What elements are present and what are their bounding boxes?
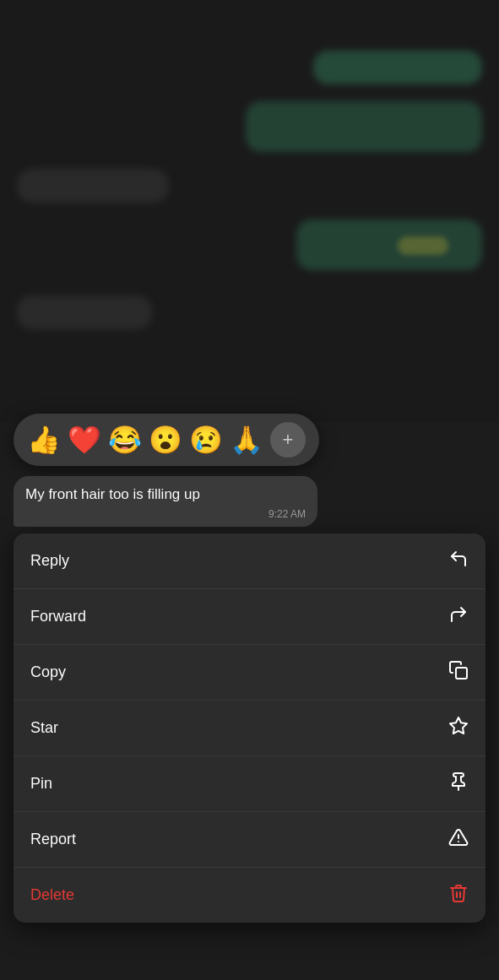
pin-icon	[448, 772, 469, 796]
pin-label: Pin	[30, 775, 52, 793]
star-icon	[448, 716, 469, 740]
blurred-background	[0, 0, 499, 439]
reply-label: Reply	[30, 552, 69, 570]
menu-item-forward[interactable]: Forward	[14, 589, 485, 645]
menu-item-star[interactable]: Star	[14, 701, 485, 756]
menu-item-pin[interactable]: Pin	[14, 756, 485, 812]
emoji-wow[interactable]: 😮	[149, 426, 182, 453]
svg-rect-0	[456, 668, 467, 679]
emoji-reaction-bar: 👍 ❤️ 😂 😮 😢 🙏 +	[14, 414, 319, 466]
forward-icon	[448, 604, 469, 629]
message-text: My front hair too is filling up	[25, 485, 306, 505]
emoji-laugh[interactable]: 😂	[108, 426, 142, 453]
copy-label: Copy	[30, 663, 66, 681]
trash-icon	[448, 883, 469, 907]
menu-item-reply[interactable]: Reply	[14, 533, 485, 589]
menu-item-report[interactable]: Report	[14, 812, 485, 868]
content-area: 👍 ❤️ 😂 😮 😢 🙏 + My front hair too is fill…	[0, 414, 499, 923]
menu-item-delete[interactable]: Delete	[14, 868, 485, 923]
emoji-thumbsup[interactable]: 👍	[27, 426, 61, 453]
delete-label: Delete	[30, 886, 74, 904]
message-time: 9:22 AM	[25, 508, 306, 520]
emoji-pray[interactable]: 🙏	[230, 426, 263, 453]
emoji-heart[interactable]: ❤️	[68, 426, 101, 453]
reply-icon	[448, 549, 469, 573]
emoji-more-button[interactable]: +	[270, 422, 306, 458]
forward-label: Forward	[30, 608, 86, 625]
message-bubble: My front hair too is filling up 9:22 AM	[14, 476, 317, 527]
context-menu: Reply Forward Copy	[14, 533, 485, 923]
svg-marker-1	[450, 717, 467, 734]
star-label: Star	[30, 719, 58, 737]
menu-item-copy[interactable]: Copy	[14, 645, 485, 701]
emoji-sad[interactable]: 😢	[189, 426, 223, 453]
report-icon	[448, 827, 469, 852]
copy-icon	[448, 660, 469, 685]
report-label: Report	[30, 831, 76, 848]
